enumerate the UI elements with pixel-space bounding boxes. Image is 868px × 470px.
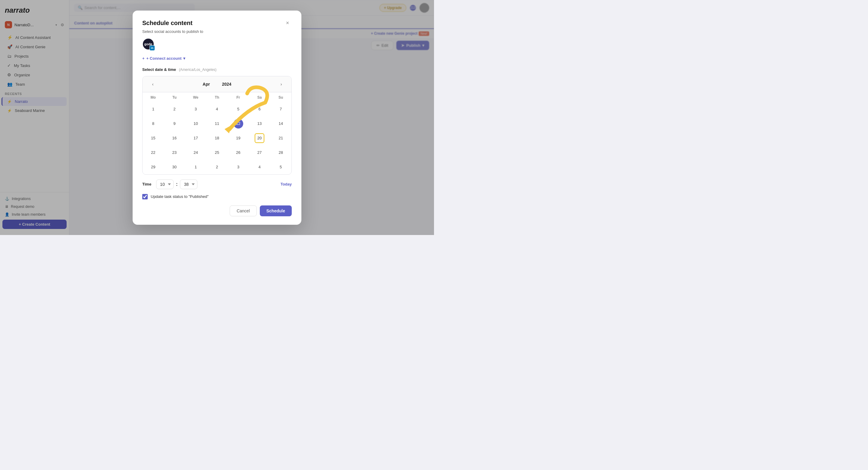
calendar-day[interactable]: 9 [164, 116, 185, 131]
timezone-label: (America/Los_Angeles) [179, 67, 217, 72]
calendar-day[interactable]: 20 [249, 131, 270, 145]
calendar-day[interactable]: 25 [207, 145, 228, 160]
modal-close-button[interactable]: × [283, 19, 292, 27]
calendar-day[interactable]: 10 [185, 116, 207, 131]
calendar-day[interactable]: 24 [185, 145, 207, 160]
calendar-prev-button[interactable]: ‹ [149, 80, 157, 88]
calendar-day[interactable]: 21 [270, 131, 291, 145]
calendar-day[interactable]: 28 [270, 145, 291, 160]
connect-account-label: + Connect account [147, 56, 182, 61]
calendar-day[interactable]: 30 [164, 160, 185, 174]
account-icons: gode in [142, 38, 292, 50]
connect-account-button[interactable]: + + Connect account ▾ [142, 54, 185, 62]
linkedin-badge: in [150, 45, 155, 51]
calendar-day[interactable]: 2 [164, 102, 185, 116]
calendar-day[interactable]: 23 [164, 145, 185, 160]
calendar-day[interactable]: 7 [270, 102, 291, 116]
calendar-day[interactable]: 3 [185, 102, 207, 116]
minute-select[interactable]: 38 [180, 179, 197, 189]
schedule-button[interactable]: Schedule [260, 205, 292, 216]
weekday-fr: Fr [227, 92, 249, 102]
modal-footer: Cancel Schedule [142, 205, 292, 216]
calendar-day[interactable]: 17 [185, 131, 207, 145]
weekday-sa: Sa [249, 92, 270, 102]
calendar-day[interactable]: 29 [143, 160, 164, 174]
weekday-mo: Mo [143, 92, 164, 102]
plus-icon: + [142, 56, 145, 61]
calendar-day[interactable]: 22 [143, 145, 164, 160]
calendar-day[interactable]: 12 [227, 116, 249, 131]
hour-select[interactable]: 10 [156, 179, 174, 189]
calendar-day[interactable]: 15 [143, 131, 164, 145]
calendar-day[interactable]: 4 [249, 160, 270, 174]
time-section: Time 10 : 38 Today [142, 179, 292, 189]
weekday-tu: Tu [164, 92, 185, 102]
weekday-we: We [185, 92, 207, 102]
calendar: ‹ Apr 2024 › Mo Tu We Th Fr Sa Su 12345 [142, 76, 292, 175]
calendar-day[interactable]: 19 [227, 131, 249, 145]
calendar-next-button[interactable]: › [277, 80, 285, 88]
calendar-day[interactable]: 18 [207, 131, 228, 145]
calendar-day[interactable]: 1 [143, 102, 164, 116]
chevron-down-icon: ▾ [183, 56, 185, 61]
weekday-th: Th [207, 92, 228, 102]
schedule-modal: Schedule content × Select social account… [133, 10, 301, 225]
calendar-day[interactable]: 14 [270, 116, 291, 131]
calendar-day[interactable]: 1 [185, 160, 207, 174]
calendar-day[interactable]: 4 [207, 102, 228, 116]
time-label: Time [142, 182, 151, 186]
calendar-month: Apr [203, 82, 210, 87]
cancel-button[interactable]: Cancel [230, 205, 257, 216]
account-icon-wrap[interactable]: gode in [142, 38, 154, 50]
calendar-month-year: Apr 2024 [203, 82, 231, 87]
calendar-day[interactable]: 6 [249, 102, 270, 116]
today-button[interactable]: Today [281, 182, 292, 186]
calendar-day[interactable]: 5 [270, 160, 291, 174]
modal-header: Schedule content × [142, 19, 292, 27]
calendar-header: ‹ Apr 2024 › [143, 76, 291, 92]
weekday-su: Su [270, 92, 291, 102]
checkbox-row: Update task status to "Published" [142, 194, 292, 199]
calendar-day[interactable]: 16 [164, 131, 185, 145]
modal-subtitle: Select social accounts to publish to [142, 29, 292, 34]
calendar-day[interactable]: 8 [143, 116, 164, 131]
calendar-day[interactable]: 27 [249, 145, 270, 160]
calendar-day[interactable]: 11 [207, 116, 228, 131]
calendar-day[interactable]: 2 [207, 160, 228, 174]
datetime-section-label: Select date & time (America/Los_Angeles) [142, 67, 292, 72]
calendar-day[interactable]: 26 [227, 145, 249, 160]
time-colon: : [176, 182, 178, 187]
update-status-checkbox[interactable] [142, 194, 148, 199]
modal-title: Schedule content [142, 20, 193, 27]
calendar-year: 2024 [222, 82, 231, 87]
calendar-day[interactable]: 13 [249, 116, 270, 131]
checkbox-label: Update task status to "Published" [151, 194, 209, 199]
calendar-grid: Mo Tu We Th Fr Sa Su 1234567891011121314… [143, 92, 291, 174]
calendar-day[interactable]: 5 [227, 102, 249, 116]
calendar-day[interactable]: 3 [227, 160, 249, 174]
